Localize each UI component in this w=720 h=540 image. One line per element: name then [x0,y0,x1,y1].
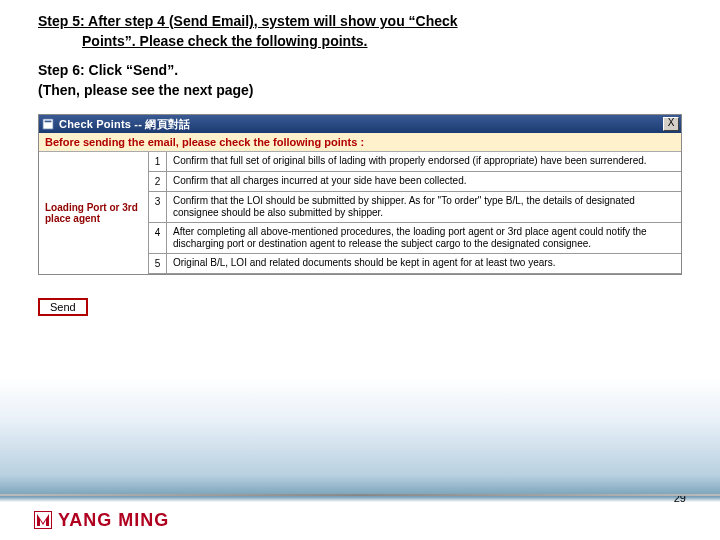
brand-text: YANG MING [58,510,169,531]
table-row: 3 Confirm that the LOI should be submitt… [149,192,681,223]
table-row: 2 Confirm that all charges incurred at y… [149,172,681,192]
dialog-titlebar: Check Points -- 網頁對話 X [39,115,681,133]
dialog-title: Check Points -- 網頁對話 [59,117,663,132]
svg-rect-2 [34,511,52,529]
row-text: After completing all above-mentioned pro… [167,223,681,253]
dialog-header: Before sending the email, please check t… [39,133,681,152]
row-number: 3 [149,192,167,222]
row-group-label: Loading Port or 3rd place agent [39,152,149,274]
row-number: 4 [149,223,167,253]
svg-rect-0 [43,119,53,129]
rows-container: 1 Confirm that full set of original bill… [149,152,681,274]
step6-heading: Step 6: Click “Send”. (Then, please see … [38,61,682,100]
send-area: Send [38,297,682,316]
svg-rect-1 [45,121,52,123]
dialog-body: Loading Port or 3rd place agent 1 Confir… [39,152,681,274]
table-row: 4 After completing all above-mentioned p… [149,223,681,254]
row-text: Original B/L, LOI and related documents … [167,254,681,273]
row-text: Confirm that full set of original bills … [167,152,681,171]
step5-line1: Step 5: After step 4 (Send Email), syste… [38,13,458,29]
close-icon[interactable]: X [663,117,679,131]
dialog-icon [41,117,55,131]
footer-divider [0,494,720,496]
row-text: Confirm that all charges incurred at you… [167,172,681,191]
row-number: 1 [149,152,167,171]
table-row: 1 Confirm that full set of original bill… [149,152,681,172]
step5-heading: Step 5: After step 4 (Send Email), syste… [38,12,682,51]
send-button[interactable]: Send [38,298,88,316]
row-number: 2 [149,172,167,191]
logo-mark-icon [34,511,52,529]
row-number: 5 [149,254,167,273]
table-row: 5 Original B/L, LOI and related document… [149,254,681,274]
brand-logo: YANG MING [34,510,169,531]
footer: YANG MING [0,500,720,540]
step5-line2: Points”. Please check the following poin… [82,32,682,52]
step6-line2: (Then, please see the next page) [38,81,682,101]
check-points-dialog: Check Points -- 網頁對話 X Before sending th… [38,114,682,275]
step6-line1: Step 6: Click “Send”. [38,61,682,81]
row-text: Confirm that the LOI should be submitted… [167,192,681,222]
